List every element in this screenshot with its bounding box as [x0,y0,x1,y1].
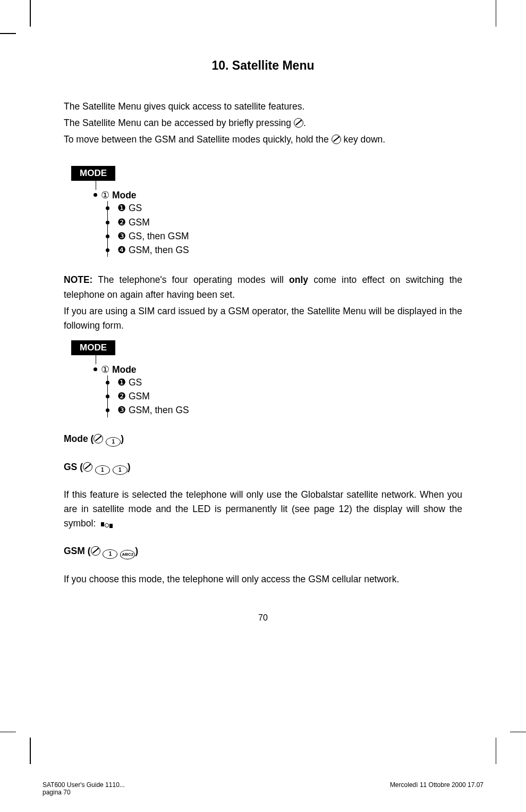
intro-line: To move between the GSM and Satellite mo… [64,132,462,147]
footer-right: Mercoledì 11 Ottobre 2000 17.07 [390,781,483,796]
tree-item: ❸ GS, then GSM [108,229,462,243]
item-num: ❹ [117,245,126,255]
section-heading-gs: GS ( 1 1) [64,462,462,475]
key-1-icon: 1 [103,549,117,559]
satellite-display-icon [101,522,113,528]
satellite-key-icon [332,135,341,144]
item-label: GS [129,377,142,388]
page-number: 70 [64,613,462,623]
gsm-text: If you choose this mode, the telephone w… [64,574,399,584]
item-num: ❷ [117,391,126,401]
tree-label: Mode [112,364,137,375]
section-heading-mode: Mode ( 1) [64,433,462,447]
heading-text: Mode ( [64,433,94,444]
crop-mark [496,738,497,764]
satellite-key-icon [94,434,103,443]
note-paragraph: NOTE: The telephone's four operating mod… [64,273,462,302]
note-paragraph: If you are using a SIM card issued by a … [64,304,462,333]
heading-text: ) [121,433,124,444]
item-label: GS, then GSM [129,231,189,241]
key-1-icon: 1 [113,465,128,475]
item-num: ❸ [117,231,126,241]
tree-dot [106,408,109,412]
note-text: If you are using a SIM card issued by a … [64,306,462,331]
tree-level1: ① Mode [96,364,137,375]
footer-left: SAT600 User's Guide 1110... pagina 70 [43,781,125,796]
satellite-key-icon [91,546,100,556]
menu-tree: MODE ① Mode ❶ GS ❷ GSM ❸ GSM, then GS [64,340,462,417]
section-heading-gsm: GSM ( 1 ABC2) [64,546,462,559]
crop-mark [496,0,497,27]
heading-text: ) [135,546,138,556]
tree-dot [106,248,109,252]
item-label: GSM, then GS [129,245,189,255]
gs-text: If this feature is selected the telephon… [64,489,462,529]
tree-dot [106,395,109,398]
tree-dot [94,367,97,371]
intro-text: To move between the GSM and Satellite mo… [64,134,332,145]
tree-item: ❶ GS [108,201,462,215]
footer-doc-title: SAT600 User's Guide 1110... [43,781,125,789]
note-text: The telephone's four operating modes wil… [92,274,289,285]
mode-header: MODE [71,166,115,181]
tree-item: ❶ GS [108,375,462,389]
item-label: GS [129,203,142,213]
tree-level1: ① Mode [96,190,137,200]
heading-text: GSM ( [64,546,91,556]
intro-text: key down. [341,134,386,145]
footer-page: pagina 70 [43,789,71,796]
item-num: ❷ [117,217,126,228]
item-num: ❶ [117,377,126,388]
item-num: ❶ [117,203,126,213]
intro-text: The Satellite Menu can be accessed by br… [64,118,294,128]
tree-item: ❸ GSM, then GS [108,403,462,417]
gsm-paragraph: If you choose this mode, the telephone w… [64,572,462,587]
heading-text: GS ( [64,462,83,472]
tree-dot [106,206,109,210]
key-2-icon: ABC2 [120,550,135,559]
gs-paragraph: If this feature is selected the telephon… [64,488,462,531]
tree-dot [106,381,109,384]
satellite-key-icon [294,118,303,128]
intro-line: The Satellite Menu gives quick access to… [64,99,462,114]
tree-num: ① [101,190,109,200]
tree-dot [106,221,109,224]
item-label: GSM [129,391,150,401]
note-prefix: NOTE: [64,274,92,285]
key-1-icon: 1 [106,437,121,447]
tree-dot [106,235,109,238]
intro-text: The Satellite Menu gives quick access to… [64,101,304,112]
chapter-title: 10. Satellite Menu [64,58,462,73]
note-bold: only [289,274,308,285]
crop-mark [0,33,16,34]
intro-line: The Satellite Menu can be accessed by br… [64,116,462,130]
crop-mark [0,732,16,733]
mode-header: MODE [71,340,115,355]
footer: SAT600 User's Guide 1110... pagina 70 Me… [43,781,483,796]
heading-text: ) [128,462,131,472]
tree-item: ❷ GSM [108,389,462,403]
menu-tree: MODE ① Mode ❶ GS ❷ GSM ❸ GS, then GSM ❹ … [64,166,462,257]
tree-item: ❷ GSM [108,215,462,229]
tree-label: Mode [112,190,137,200]
tree-num: ① [101,364,109,375]
crop-mark [510,732,526,733]
item-label: GSM, then GS [129,405,189,415]
key-1-icon: 1 [95,465,110,475]
crop-mark [30,0,31,27]
satellite-key-icon [83,462,92,472]
intro-text: . [303,118,306,128]
item-num: ❸ [117,405,126,415]
crop-mark [30,738,31,764]
item-label: GSM [129,217,150,228]
tree-item: ❹ GSM, then GS [108,243,462,257]
